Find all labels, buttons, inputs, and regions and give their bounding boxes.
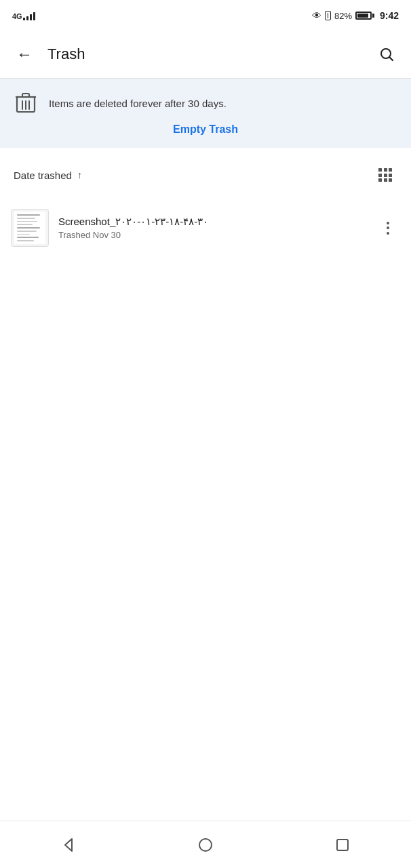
empty-trash-button[interactable]: Empty Trash <box>14 122 397 137</box>
info-banner-message: Items are deleted forever after 30 days. <box>49 98 227 109</box>
back-arrow-icon: ← <box>16 45 33 64</box>
svg-rect-4 <box>22 94 29 97</box>
svg-point-9 <box>199 839 212 851</box>
app-bar: ← Trash <box>0 30 411 79</box>
screen-icon: I <box>325 11 331 20</box>
battery-icon <box>355 12 374 20</box>
sort-bar: Date trashed ↑ <box>0 148 411 198</box>
file-list: Screenshot_۲۰۲۰-۰۱-۲۳-۱۸-۴۸-۳۰ Trashed N… <box>0 198 411 258</box>
sort-button[interactable]: Date trashed ↑ <box>14 170 82 181</box>
trash-icon-wrapper <box>14 91 38 115</box>
nav-home-button[interactable] <box>189 828 222 862</box>
nav-back-button[interactable] <box>52 828 85 862</box>
file-name: Screenshot_۲۰۲۰-۰۱-۲۳-۱۸-۴۸-۳۰ <box>58 216 366 228</box>
search-button[interactable] <box>373 41 400 68</box>
clock: 9:42 <box>380 10 399 21</box>
search-icon <box>378 46 395 62</box>
trash-icon <box>16 92 36 114</box>
nav-recents-icon <box>335 837 350 852</box>
eye-icon: 👁 <box>312 10 321 21</box>
svg-line-1 <box>390 57 393 60</box>
more-dots-icon <box>387 222 389 235</box>
signal-bars <box>23 11 35 20</box>
page-title: Trash <box>47 45 373 63</box>
back-button[interactable]: ← <box>11 41 38 68</box>
svg-marker-8 <box>65 839 72 851</box>
sort-label-text: Date trashed <box>14 170 72 181</box>
battery-percentage: 82% <box>334 11 352 21</box>
file-info: Screenshot_۲۰۲۰-۰۱-۲۳-۱۸-۴۸-۳۰ Trashed N… <box>58 216 366 240</box>
network-type: 4G <box>12 12 22 20</box>
nav-bar <box>0 821 411 868</box>
grid-icon <box>378 168 392 182</box>
grid-view-button[interactable] <box>373 163 397 187</box>
status-right: 👁 I 82% 9:42 <box>312 10 399 21</box>
sort-direction-icon: ↑ <box>77 170 82 180</box>
svg-rect-10 <box>337 840 348 850</box>
more-options-button[interactable] <box>376 216 400 240</box>
nav-recents-button[interactable] <box>326 828 359 862</box>
network-signal: 4G <box>12 11 35 20</box>
file-item[interactable]: Screenshot_۲۰۲۰-۰۱-۲۳-۱۸-۴۸-۳۰ Trashed N… <box>0 202 411 254</box>
nav-home-icon <box>198 837 213 852</box>
info-banner-row: Items are deleted forever after 30 days. <box>14 91 397 115</box>
status-bar: 4G 👁 I 82% 9:42 <box>0 0 411 30</box>
file-thumbnail <box>11 209 49 247</box>
file-trashed-date: Trashed Nov 30 <box>58 230 366 240</box>
info-banner: Items are deleted forever after 30 days.… <box>0 79 411 148</box>
nav-back-icon <box>61 837 76 852</box>
